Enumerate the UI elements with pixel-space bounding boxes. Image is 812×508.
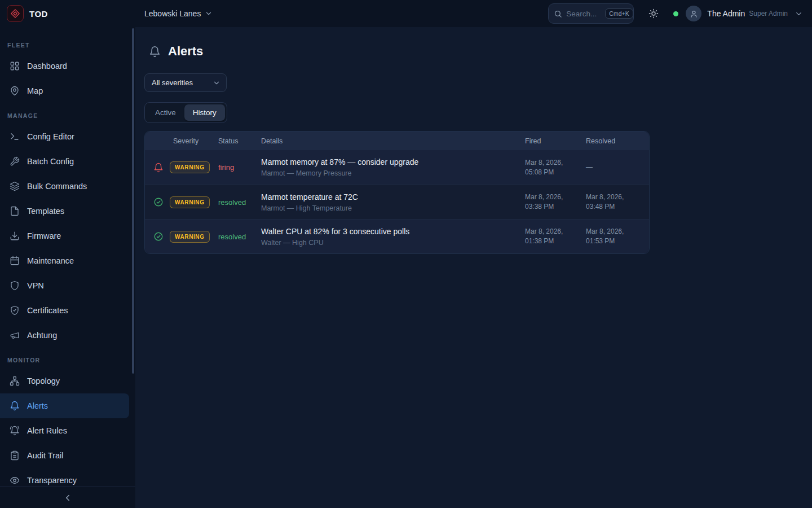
sidebar-item-label: Map <box>27 86 43 95</box>
sidebar-item-label: Templates <box>27 207 64 216</box>
col-severity: Severity <box>170 137 215 145</box>
details-cell: Marmot memory at 87% — consider upgrade … <box>258 157 522 177</box>
search-input[interactable] <box>566 10 601 18</box>
sidebar-item-maintenance[interactable]: Maintenance <box>0 248 135 273</box>
sidebar-item-firmware[interactable]: Firmware <box>0 224 135 248</box>
search-icon <box>554 10 562 18</box>
sidebar-item-topology[interactable]: Topology <box>0 369 135 393</box>
search-box[interactable]: Cmd+K <box>548 3 634 24</box>
details-cell: Walter CPU at 82% for 3 consecutive poll… <box>258 227 522 247</box>
tab-history[interactable]: History <box>184 104 225 121</box>
alerts-table: Severity Status Details Fired Resolved W… <box>144 131 650 254</box>
shield-icon <box>10 281 20 291</box>
status-cell: firing <box>215 163 258 172</box>
theme-toggle-sun-icon[interactable] <box>648 8 659 19</box>
sidebar-item-label: Alert Rules <box>27 426 67 435</box>
tab-active[interactable]: Active <box>147 104 184 121</box>
avatar[interactable] <box>686 6 701 21</box>
sidebar-item-config-editor[interactable]: Config Editor <box>0 124 135 149</box>
sidebar-section-fleet: FLEET <box>0 33 135 54</box>
status-cell: resolved <box>215 233 258 241</box>
severity-cell: WARNING <box>170 231 215 243</box>
download-icon <box>10 231 20 241</box>
sidebar-item-templates[interactable]: Templates <box>0 199 135 224</box>
table-header: Severity Status Details Fired Resolved <box>145 132 649 150</box>
resolved-cell: — <box>582 163 649 172</box>
sidebar-item-dashboard[interactable]: Dashboard <box>0 54 135 78</box>
sidebar-item-batch-config[interactable]: Batch Config <box>0 149 135 174</box>
severity-badge: WARNING <box>170 161 210 173</box>
alert-subtitle: Walter — High CPU <box>261 239 515 247</box>
bell-alert-icon <box>145 163 170 173</box>
alert-title: Marmot temperature at 72C <box>261 192 515 202</box>
chevron-down-icon <box>205 10 213 17</box>
filters: All severities <box>144 73 812 92</box>
severity-badge: WARNING <box>170 231 210 243</box>
sidebar-item-audit-trail[interactable]: Audit Trail <box>0 443 135 468</box>
alerts-tabs: Active History <box>144 102 227 123</box>
sidebar-collapse-button[interactable] <box>0 487 135 508</box>
sidebar-section-manage: MANAGE <box>0 103 135 124</box>
severity-badge: WARNING <box>170 196 210 208</box>
layers-icon <box>10 181 20 191</box>
user-role-badge: Super Admin <box>749 10 788 17</box>
topbar: TOD Lebowski Lanes Cmd+K The Admin Super… <box>0 0 812 27</box>
details-cell: Marmot temperature at 72C Marmot — High … <box>258 192 522 212</box>
sidebar-item-label: Bulk Commands <box>27 182 87 191</box>
megaphone-icon <box>10 330 20 340</box>
calendar-icon <box>10 256 20 266</box>
sidebar-item-alerts[interactable]: Alerts <box>0 393 129 418</box>
bell-icon <box>10 401 20 411</box>
table-row[interactable]: WARNING firing Marmot memory at 87% — co… <box>145 150 649 185</box>
sidebar-item-label: Maintenance <box>27 256 74 265</box>
network-icon <box>10 376 20 386</box>
terminal-icon <box>10 132 20 142</box>
sidebar-item-alert-rules[interactable]: Alert Rules <box>0 418 135 443</box>
col-resolved: Resolved <box>582 137 649 145</box>
fired-cell: Mar 8, 2026, 05:08 PM <box>522 158 582 177</box>
main-content: Alerts All severities Active History Sev… <box>135 27 812 508</box>
search-shortcut-badge: Cmd+K <box>605 8 633 19</box>
page-header: Alerts <box>149 44 812 59</box>
sidebar-item-label: Firmware <box>27 231 61 240</box>
sidebar-item-achtung[interactable]: Achtung <box>0 323 135 348</box>
sidebar-item-map[interactable]: Map <box>0 78 135 103</box>
fired-cell: Mar 8, 2026, 01:38 PM <box>522 227 582 246</box>
sidebar-item-label: Alerts <box>27 401 48 410</box>
page-title: Alerts <box>168 44 203 59</box>
resolved-cell: Mar 8, 2026, 03:48 PM <box>582 192 649 212</box>
sidebar: FLEET Dashboard Map MANAGE Config Editor… <box>0 27 135 508</box>
shield-check-icon <box>10 305 20 316</box>
sidebar-item-label: Dashboard <box>27 62 67 71</box>
sidebar-item-vpn[interactable]: VPN <box>0 273 135 298</box>
sidebar-item-transparency[interactable]: Transparency <box>0 468 135 487</box>
grid-icon <box>10 61 20 71</box>
chevron-down-icon <box>213 79 220 87</box>
table-row[interactable]: WARNING resolved Walter CPU at 82% for 3… <box>145 219 649 253</box>
user-menu-chevron-down-icon[interactable] <box>795 10 803 18</box>
sidebar-scrollbar[interactable] <box>132 28 134 374</box>
sidebar-item-label: Batch Config <box>27 157 74 166</box>
sidebar-item-label: VPN <box>27 281 44 290</box>
status-cell: resolved <box>215 198 258 207</box>
sidebar-item-label: Audit Trail <box>27 451 63 460</box>
sidebar-item-label: Config Editor <box>27 132 74 141</box>
wrench-icon <box>10 156 20 167</box>
check-circle-icon <box>145 231 170 242</box>
sidebar-item-label: Topology <box>27 376 60 386</box>
brand: TOD <box>0 5 135 22</box>
sidebar-nav: FLEET Dashboard Map MANAGE Config Editor… <box>0 27 135 487</box>
map-pin-icon <box>10 86 20 96</box>
severity-cell: WARNING <box>170 196 215 208</box>
sidebar-item-certificates[interactable]: Certificates <box>0 298 135 323</box>
alert-subtitle: Marmot — High Temperature <box>261 204 515 212</box>
severity-filter-select[interactable]: All severities <box>144 73 227 92</box>
fired-cell: Mar 8, 2026, 03:38 PM <box>522 192 582 212</box>
severity-filter-value: All severities <box>152 78 193 87</box>
alert-subtitle: Marmot — Memory Pressure <box>261 169 515 177</box>
table-row[interactable]: WARNING resolved Marmot temperature at 7… <box>145 185 649 219</box>
sidebar-item-bulk-commands[interactable]: Bulk Commands <box>0 174 135 199</box>
sidebar-item-label: Transparency <box>27 476 77 485</box>
org-selector[interactable]: Lebowski Lanes <box>144 9 213 18</box>
brand-logo-icon <box>7 5 24 22</box>
